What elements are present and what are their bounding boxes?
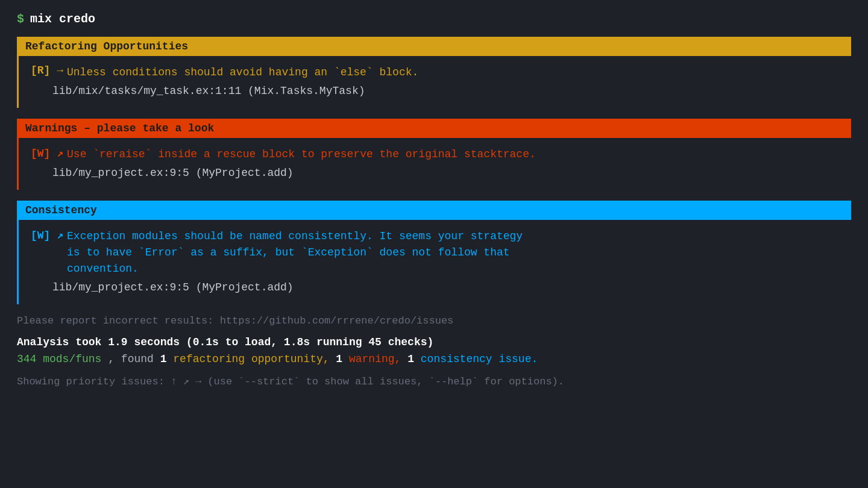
warnings-message: Use `reraise` inside a rescue block to p…: [67, 146, 536, 163]
consistency-header: Consistency: [17, 201, 851, 220]
warnings-body: [W] ↗ Use `reraise` inside a rescue bloc…: [17, 138, 851, 190]
stats-consistency-num: 1: [407, 353, 414, 365]
consistency-section: Consistency [W] ↗ Exception modules shou…: [17, 201, 851, 304]
consistency-tag: [W] ↗: [31, 228, 63, 242]
warnings-issue: [W] ↗ Use `reraise` inside a rescue bloc…: [31, 146, 839, 163]
prompt-line: $ mix credo: [17, 12, 851, 26]
consistency-message: Exception modules should be named consis…: [67, 228, 523, 277]
refactoring-header: Refactoring Opportunities: [17, 37, 851, 56]
stats-warning-num: 1: [336, 353, 342, 365]
warnings-tag: [W] ↗: [31, 146, 63, 160]
warnings-header: Warnings – please take a look: [17, 119, 851, 138]
dollar-sign: $: [17, 12, 24, 26]
stats-found: , found: [108, 353, 160, 365]
refactoring-message: Unless conditions should avoid having an…: [67, 64, 418, 81]
stats-mods: 344 mods/funs: [17, 353, 101, 365]
stats-warning-label: warning,: [349, 353, 407, 365]
consistency-body: [W] ↗ Exception modules should be named …: [17, 220, 851, 304]
report-line: Please report incorrect results: https:/…: [17, 315, 851, 327]
stats-refactor-label: refactoring opportunity,: [173, 353, 336, 365]
stats-refactor-num: 1: [160, 353, 167, 365]
warnings-section: Warnings – please take a look [W] ↗ Use …: [17, 119, 851, 190]
refactoring-tag: [R] →: [31, 64, 63, 77]
analysis-line: Analysis took 1.9 seconds (0.1s to load,…: [17, 336, 851, 348]
consistency-issue: [W] ↗ Exception modules should be named …: [31, 228, 839, 277]
refactoring-issue: [R] → Unless conditions should avoid hav…: [31, 64, 839, 81]
refactoring-body: [R] → Unless conditions should avoid hav…: [17, 56, 851, 108]
consistency-location: lib/my_project.ex:9:5 (MyProject.add): [52, 280, 839, 296]
stats-line: 344 mods/funs , found 1 refactoring oppo…: [17, 353, 851, 365]
stats-consistency-label: consistency issue.: [421, 353, 538, 365]
refactoring-section: Refactoring Opportunities [R] → Unless c…: [17, 37, 851, 108]
command-text: mix credo: [30, 12, 95, 26]
warnings-location: lib/my_project.ex:9:5 (MyProject.add): [52, 165, 839, 181]
refactoring-location: lib/mix/tasks/my_task.ex:1:11 (Mix.Tasks…: [52, 83, 839, 99]
showing-line: Showing priority issues: ↑ ↗ → (use `--s…: [17, 375, 851, 387]
